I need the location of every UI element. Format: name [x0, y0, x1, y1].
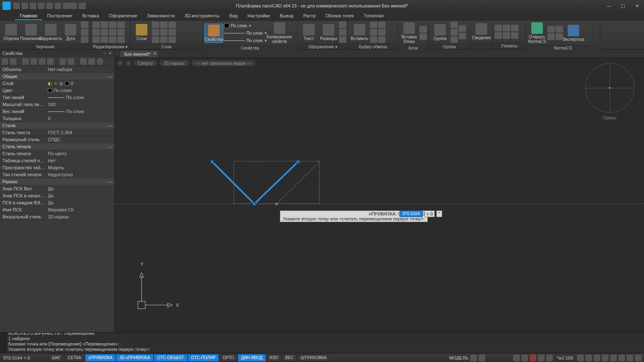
norma-s1[interactable] — [547, 26, 555, 33]
layer-s5[interactable] — [160, 29, 168, 35]
sb-r7[interactable] — [627, 355, 633, 361]
clip-s1[interactable] — [378, 21, 386, 28]
util-s1[interactable] — [495, 25, 502, 31]
prop-section-styles[interactable]: Стили— — [0, 122, 114, 129]
grp-s5[interactable] — [459, 33, 466, 39]
annot-s1[interactable] — [339, 21, 346, 28]
group-button[interactable]: Группа — [431, 23, 450, 42]
sb-r3[interactable] — [594, 355, 600, 361]
edit-s9[interactable] — [109, 36, 116, 43]
sb-i4[interactable] — [538, 355, 545, 361]
toggle-3D оПРИВЯЗКА[interactable]: 3D оПРИВЯЗКА — [116, 354, 153, 362]
sb-r1[interactable] — [577, 355, 584, 361]
circle-tool[interactable]: Окружность — [41, 23, 60, 42]
copy-icon[interactable] — [370, 29, 377, 35]
tab-topo[interactable]: Топоплан — [359, 12, 389, 20]
prop-row[interactable]: Имя ПСКМировая СК — [0, 206, 114, 213]
layer-s6[interactable] — [160, 36, 168, 43]
draw-small-3[interactable] — [81, 36, 88, 43]
prop-row[interactable]: Знак ПСК в начале коор...Да — [0, 192, 114, 199]
edit-s7[interactable] — [109, 21, 116, 28]
layer-s2[interactable] — [152, 29, 159, 35]
prop-row[interactable]: ЦветПо слою — [0, 87, 114, 94]
view-compass[interactable]: Сверху — [583, 61, 637, 115]
util-s6[interactable] — [511, 32, 519, 39]
properties-button[interactable]: Свойства — [204, 24, 223, 43]
grip-3[interactable] — [296, 160, 300, 163]
viewport[interactable]: ‹ › Сверху 2D каркас --- нет связанных в… — [115, 58, 644, 331]
undo-icon[interactable] — [46, 2, 53, 9]
coordinates-readout[interactable]: 970.5164 < 0 — [0, 353, 45, 362]
prop-row[interactable]: Слой◐❄▦0 — [0, 80, 114, 87]
clip-s3[interactable] — [378, 36, 386, 43]
norma-s3[interactable] — [556, 26, 563, 33]
toggle-ШАГ[interactable]: ШАГ — [49, 354, 64, 362]
sb-r6[interactable] — [618, 355, 625, 361]
space-indicator[interactable]: МОДЕЛЬ — [449, 355, 469, 360]
block-s1[interactable] — [419, 26, 427, 33]
insertblock-button[interactable]: Вставка блока — [400, 21, 419, 45]
grp-s4[interactable] — [459, 25, 466, 32]
toggle-оПРИВЯЗКА[interactable]: оПРИВЯЗКА — [85, 354, 116, 362]
maximize-button[interactable]: ▢ — [616, 0, 630, 12]
tab-constraints[interactable]: Зависимости — [142, 12, 180, 20]
panel-close-icon[interactable]: ✕ — [108, 51, 112, 56]
ptb-6[interactable] — [47, 58, 54, 65]
util-s2[interactable] — [495, 32, 502, 39]
grp-s1[interactable] — [450, 21, 458, 28]
lock-icon[interactable] — [470, 355, 477, 361]
ptb-2[interactable] — [10, 58, 17, 65]
prop-row[interactable]: Знак ПСК ВклДа — [0, 185, 114, 192]
bylayer-ltype[interactable]: По слою▾ — [224, 30, 268, 37]
dim-button[interactable]: Размеры — [319, 23, 338, 42]
toggle-ШТРИХОВКА[interactable]: ШТРИХОВКА — [297, 354, 329, 362]
tab-annotate[interactable]: Оформление — [104, 12, 142, 20]
prop-row[interactable]: Визуальный стиль2D-каркас — [0, 213, 114, 220]
toggle-ИЗО[interactable]: ИЗО — [266, 354, 282, 362]
prop-section-plot[interactable]: Стиль печати— — [0, 143, 114, 150]
edit-s12[interactable] — [117, 36, 125, 43]
util-s3[interactable] — [503, 25, 510, 31]
panel-titlebar[interactable]: Свойства ▫✕ — [0, 50, 114, 57]
edit-s5[interactable] — [101, 29, 108, 35]
tab-home[interactable]: Главная — [15, 12, 42, 20]
layer-s3[interactable] — [152, 36, 159, 43]
ptb-5[interactable] — [39, 58, 45, 65]
toggle-ОТС-ПОЛЯР[interactable]: ОТС-ПОЛЯР — [188, 354, 219, 362]
norma-s2[interactable] — [547, 33, 555, 40]
doc-tab-close-icon[interactable]: ✕ — [153, 51, 156, 56]
edit-s2[interactable] — [92, 29, 100, 35]
prop-row[interactable]: Стиль печатиПо цвету — [0, 150, 114, 157]
arc-tool[interactable]: Дуга — [61, 23, 80, 42]
layer-s7[interactable] — [168, 21, 176, 28]
edit-s8[interactable] — [109, 29, 116, 35]
layers-button[interactable]: Слои — [132, 23, 151, 42]
tab-3d[interactable]: 3D-инструменты — [180, 12, 225, 20]
layer-s4[interactable] — [160, 21, 168, 28]
view-next[interactable]: › — [125, 60, 131, 66]
util-s5[interactable] — [511, 25, 519, 31]
ptb-10[interactable] — [88, 58, 95, 65]
redo-icon[interactable] — [54, 2, 61, 9]
grip-1[interactable] — [211, 160, 214, 163]
toggle-СЕТКА[interactable]: СЕТКА — [64, 354, 85, 362]
info-button[interactable]: Сведения — [472, 22, 491, 41]
toggle-ДИН-ВВОД[interactable]: ДИН-ВВОД — [238, 354, 266, 362]
sb-r4[interactable] — [602, 355, 608, 361]
command-window[interactable]: Укажите противоположный угол:M,MOVE,П,ПЕ… — [0, 332, 644, 353]
minimize-button[interactable]: — — [602, 0, 616, 12]
open-icon[interactable] — [21, 2, 28, 9]
theme-icon[interactable] — [78, 2, 86, 9]
new-icon[interactable] — [13, 2, 20, 9]
draw-small-2[interactable] — [81, 29, 88, 35]
ptb-9[interactable] — [80, 58, 87, 65]
matchprops-button[interactable]: Копирование свойств — [269, 21, 290, 45]
grip-2[interactable] — [253, 202, 256, 206]
annotation-scale[interactable]: *м1:100 — [554, 355, 575, 360]
polyline-tool[interactable]: Полилиния — [21, 23, 40, 42]
clip-s2[interactable] — [378, 29, 386, 35]
ptb-3[interactable] — [22, 58, 29, 65]
ptb-1[interactable] — [2, 58, 8, 65]
saveas-icon[interactable] — [38, 2, 45, 9]
paste-button[interactable]: Вставить — [350, 23, 369, 42]
